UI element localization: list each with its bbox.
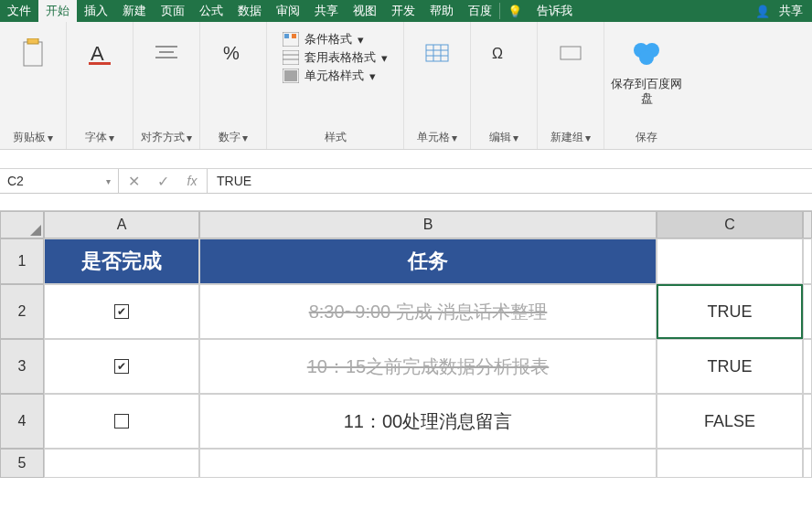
cell-c5[interactable] (657, 449, 803, 478)
svg-rect-9 (284, 34, 289, 38)
row-header-2[interactable]: 2 (0, 284, 44, 339)
col-header-b[interactable]: B (199, 211, 657, 238)
cell-b5[interactable] (199, 449, 657, 478)
cell-c4[interactable]: FALSE (657, 394, 803, 449)
cell-button[interactable] (410, 26, 465, 73)
row-header-1[interactable]: 1 (0, 238, 44, 284)
tell-me[interactable]: 告诉我 (529, 0, 580, 22)
cell-d2[interactable] (803, 284, 812, 339)
chevron-down-icon[interactable]: ▾ (452, 132, 457, 144)
save-baidu-button[interactable]: 保存到百度网盘 (610, 26, 683, 105)
svg-rect-22 (561, 47, 581, 59)
cancel-formula-button[interactable]: ✕ (119, 173, 148, 190)
cell-c2[interactable]: TRUE (657, 284, 803, 339)
cell-icon (424, 33, 450, 73)
svg-rect-15 (284, 70, 297, 81)
tab-help[interactable]: 帮助 (422, 0, 461, 22)
cell-style-label: 单元格样式 (304, 68, 364, 84)
align-button[interactable] (139, 26, 194, 73)
clipboard-icon (20, 33, 46, 73)
formula-value[interactable]: TRUE (208, 169, 812, 193)
font-button[interactable]: A (72, 26, 127, 73)
cell-a5[interactable] (44, 449, 199, 478)
tab-insert[interactable]: 插入 (77, 0, 115, 22)
number-button[interactable]: % (206, 26, 261, 73)
chevron-down-icon[interactable]: ▾ (106, 176, 111, 186)
chevron-down-icon[interactable]: ▾ (109, 132, 114, 144)
cell-a2[interactable] (44, 284, 199, 339)
clipboard-label: 剪贴板 (13, 130, 46, 145)
chevron-down-icon[interactable]: ▾ (585, 132, 591, 144)
table-format-button[interactable]: 套用表格格式▾ (283, 49, 388, 66)
cell-a4[interactable] (44, 394, 199, 449)
tab-data[interactable]: 数据 (230, 0, 269, 22)
cell-a1[interactable]: 是否完成 (44, 238, 199, 284)
col-header-c[interactable]: C (657, 211, 803, 238)
bulb-icon: 💡 (500, 0, 529, 22)
svg-rect-3 (89, 62, 111, 65)
name-box[interactable]: C2▾ (0, 169, 119, 193)
checkbox-checked-icon[interactable] (114, 359, 129, 374)
cell-c1[interactable] (657, 238, 803, 284)
tab-review[interactable]: 审阅 (269, 0, 307, 22)
svg-text:A: A (91, 42, 104, 65)
checkbox-unchecked-icon[interactable] (114, 414, 129, 429)
chevron-down-icon[interactable]: ▾ (187, 132, 192, 144)
newgroup-icon (559, 33, 582, 73)
cell-b3[interactable]: 10：15之前完成数据分析报表 (199, 339, 657, 394)
tab-formula[interactable]: 公式 (192, 0, 230, 22)
chevron-down-icon: ▾ (381, 51, 388, 65)
cond-format-button[interactable]: 条件格式▾ (283, 31, 388, 48)
row-header-5[interactable]: 5 (0, 449, 44, 478)
table-format-label: 套用表格格式 (304, 49, 376, 66)
save-baidu-label: 保存到百度网盘 (610, 77, 683, 105)
accept-formula-button[interactable]: ✓ (148, 173, 177, 190)
svg-text:%: % (223, 43, 240, 63)
cell-b2[interactable]: 8:30~9:00 完成 消息话术整理 (199, 284, 657, 339)
cell-d4[interactable] (803, 394, 812, 449)
tab-share[interactable]: 共享 (307, 0, 346, 22)
checkbox-checked-icon[interactable] (114, 304, 129, 319)
cell-c3[interactable]: TRUE (657, 339, 803, 394)
cell-a3[interactable] (44, 339, 199, 394)
row-header-3[interactable]: 3 (0, 339, 44, 394)
chevron-down-icon[interactable]: ▾ (242, 132, 248, 144)
edit-button[interactable]: Ω (476, 26, 531, 73)
svg-rect-1 (27, 38, 38, 44)
newgroup-button[interactable] (543, 26, 598, 73)
cell-d5[interactable] (803, 449, 812, 478)
chevron-down-icon: ▾ (358, 33, 364, 47)
spreadsheet-grid: A B C 1 是否完成 任务 2 8:30~9:00 完成 消息话术整理 TR… (0, 210, 812, 478)
tab-baidu[interactable]: 百度 (461, 0, 499, 22)
svg-rect-16 (426, 45, 448, 61)
select-all-corner[interactable] (0, 211, 44, 238)
chevron-down-icon[interactable]: ▾ (513, 132, 518, 144)
chevron-down-icon[interactable]: ▾ (48, 132, 53, 144)
tab-view[interactable]: 视图 (346, 0, 384, 22)
svg-rect-10 (292, 34, 296, 38)
edit-icon: Ω (492, 33, 516, 73)
user-icon[interactable]: 👤 (755, 5, 770, 18)
tab-new[interactable]: 新建 (115, 0, 154, 22)
share-button[interactable]: 共享 (779, 3, 803, 19)
row-header-4[interactable]: 4 (0, 394, 44, 449)
cell-d1[interactable] (803, 238, 812, 284)
cell-style-button[interactable]: 单元格样式▾ (283, 68, 388, 84)
col-header-a[interactable]: A (44, 211, 199, 238)
save-group-label: 保存 (636, 130, 657, 145)
tab-bar: 文件 开始 插入 新建 页面 公式 数据 审阅 共享 视图 开发 帮助 百度 💡… (0, 0, 812, 22)
tab-dev[interactable]: 开发 (384, 0, 422, 22)
fx-button[interactable]: fx (177, 174, 207, 188)
cell-b4[interactable]: 11：00处理消息留言 (199, 394, 657, 449)
tab-home[interactable]: 开始 (38, 0, 77, 22)
tab-page[interactable]: 页面 (154, 0, 192, 22)
tab-file[interactable]: 文件 (0, 0, 38, 22)
font-label: 字体 (85, 130, 107, 145)
font-icon: A (87, 33, 112, 73)
fx-icon: fx (187, 174, 198, 188)
cell-b1[interactable]: 任务 (199, 238, 657, 284)
style-group-label: 样式 (325, 130, 347, 145)
col-header-extra[interactable] (803, 211, 812, 238)
clipboard-button[interactable] (5, 26, 60, 73)
cell-d3[interactable] (803, 339, 812, 394)
